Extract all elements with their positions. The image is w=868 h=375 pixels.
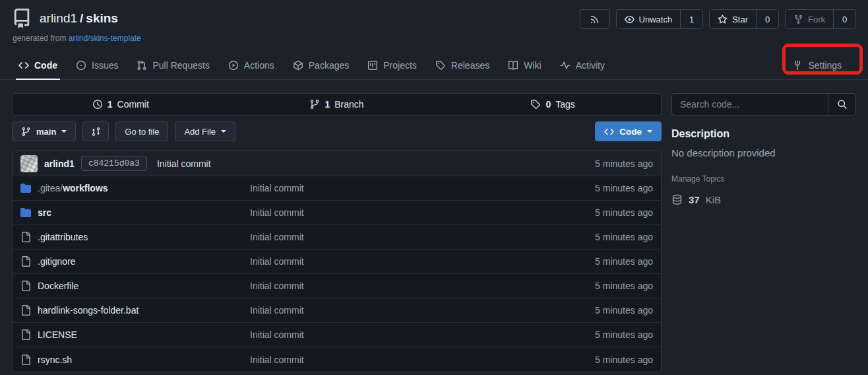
unwatch-button[interactable]: Unwatch: [617, 10, 681, 28]
file-link[interactable]: src: [38, 207, 51, 218]
tab-activity[interactable]: Activity: [551, 51, 614, 79]
tab-wiki[interactable]: Wiki: [499, 51, 550, 79]
tab-label: Activity: [576, 60, 605, 71]
commit-message-link[interactable]: Initial commit: [250, 207, 304, 218]
tab-settings[interactable]: Settings: [783, 51, 851, 79]
commit-message-link[interactable]: Initial commit: [250, 305, 304, 316]
file-icon: [20, 355, 31, 365]
manage-topics-link[interactable]: Manage Topics: [671, 174, 856, 184]
code-icon: [18, 60, 29, 71]
commit-message-link[interactable]: Initial commit: [250, 329, 304, 340]
commit-time: 5 minutes ago: [595, 158, 653, 169]
compare-button[interactable]: [82, 121, 109, 141]
add-file-button[interactable]: Add File: [175, 121, 235, 141]
go-to-file-button[interactable]: Go to file: [115, 121, 168, 141]
commit-message-link[interactable]: Initial commit: [250, 256, 304, 267]
search-input[interactable]: [672, 94, 828, 115]
search-button[interactable]: [828, 94, 855, 115]
commit-message-link[interactable]: Initial commit: [250, 232, 304, 242]
file-name: src: [38, 207, 51, 218]
file-name: rsync.sh: [38, 355, 72, 365]
rss-icon: [590, 15, 600, 24]
branch-label: Branch: [334, 99, 363, 110]
file-time: 5 minutes ago: [595, 183, 653, 193]
description-title: Description: [671, 128, 856, 140]
repo-name-link[interactable]: skins: [86, 11, 118, 25]
fork-icon: [793, 15, 803, 24]
watchers-count[interactable]: 1: [680, 10, 702, 28]
commit-message-link[interactable]: Initial commit: [157, 158, 211, 169]
generated-from-label: generated from: [13, 34, 66, 43]
repo-size: 37 KiB: [671, 194, 856, 205]
tab-packages[interactable]: Packages: [284, 51, 358, 79]
chevron-down-icon: [221, 130, 226, 135]
tab-actions[interactable]: Actions: [219, 51, 284, 79]
repo-owner-link[interactable]: arlind1: [40, 11, 77, 25]
tab-label: Issues: [92, 60, 118, 71]
commits-link[interactable]: 1 Commit: [13, 94, 229, 115]
file-list: .gitea/workflowsInitial commit5 minutes …: [13, 176, 661, 372]
file-icon: [20, 281, 31, 291]
file-link[interactable]: .gitignore: [38, 256, 76, 267]
rss-button[interactable]: [580, 9, 610, 29]
file-row: rsync.shInitial commit5 minutes ago: [13, 347, 661, 372]
forks-count[interactable]: 0: [833, 10, 855, 28]
file-link[interactable]: .gitea/workflows: [38, 183, 108, 193]
file-name: Dockerfile: [38, 281, 78, 291]
commit-message-link[interactable]: Initial commit: [250, 281, 304, 291]
code-download-button[interactable]: Code: [595, 121, 662, 141]
folder-icon: [20, 183, 31, 193]
commit-message-link[interactable]: Initial commit: [250, 183, 304, 193]
tab-label: Releases: [451, 60, 489, 71]
tags-link[interactable]: 0 Tags: [445, 94, 661, 115]
file-row: .gitattributesInitial commit5 minutes ag…: [13, 225, 661, 250]
file-link[interactable]: LICENSE: [38, 329, 77, 340]
tag-count: 0: [545, 99, 551, 110]
commit-author-link[interactable]: arlind1: [44, 158, 75, 169]
commit-label: Commit: [117, 99, 149, 110]
avatar[interactable]: [20, 155, 38, 172]
commit-message-link[interactable]: Initial commit: [250, 355, 304, 365]
tab-label: Actions: [244, 60, 274, 71]
commit-hash-link[interactable]: c84215d0a3: [81, 156, 147, 171]
repo-size-unit: KiB: [706, 194, 721, 205]
file-time: 5 minutes ago: [595, 256, 653, 267]
file-link[interactable]: .gitattributes: [38, 232, 88, 242]
unwatch-label: Unwatch: [639, 15, 673, 24]
latest-commit-row: arlind1 c84215d0a3 Initial commit 5 minu…: [13, 151, 661, 176]
code-search: [671, 93, 856, 116]
template-repo-link[interactable]: arlind/skins-template: [69, 34, 141, 43]
file-row: srcInitial commit5 minutes ago: [13, 201, 661, 225]
tab-label: Code: [34, 60, 57, 71]
package-icon: [293, 60, 303, 71]
stars-count[interactable]: 0: [756, 10, 778, 28]
database-icon: [671, 194, 683, 205]
history-icon: [92, 99, 103, 110]
play-circle-icon: [228, 60, 239, 71]
file-link[interactable]: rsync.sh: [38, 355, 72, 365]
repo-header: arlind1/skins generated from arlind/skin…: [0, 0, 868, 43]
file-time: 5 minutes ago: [595, 305, 653, 316]
star-icon: [718, 15, 728, 24]
pulse-icon: [560, 60, 571, 71]
file-link[interactable]: hardlink-songs-folder.bat: [38, 305, 139, 316]
tab-projects[interactable]: Projects: [358, 51, 426, 79]
fork-button[interactable]: Fork: [786, 10, 833, 28]
star-button[interactable]: Star: [710, 10, 756, 28]
branch-selector[interactable]: main: [12, 121, 76, 141]
tab-releases[interactable]: Releases: [426, 51, 499, 79]
tag-icon: [530, 99, 541, 110]
tab-pull-requests[interactable]: Pull Requests: [127, 51, 218, 79]
fork-label: Fork: [808, 15, 825, 24]
eye-icon: [625, 15, 635, 24]
tab-issues[interactable]: Issues: [67, 51, 127, 79]
code-icon: [604, 127, 614, 137]
tab-code[interactable]: Code: [9, 51, 67, 79]
branches-link[interactable]: 1 Branch: [229, 94, 445, 115]
tab-label: Projects: [383, 60, 417, 71]
file-time: 5 minutes ago: [595, 207, 653, 218]
repo-tab-bar: Code Issues Pull Requests Actions Packag…: [0, 51, 868, 80]
star-button-group: Star 0: [709, 9, 779, 29]
file-link[interactable]: Dockerfile: [38, 281, 78, 291]
file-icon: [20, 305, 31, 316]
